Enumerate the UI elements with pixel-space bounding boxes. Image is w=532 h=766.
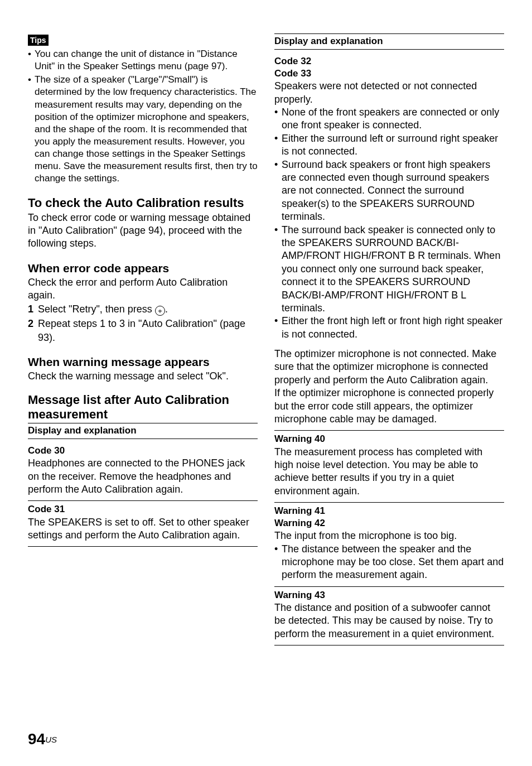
- steps-list: 1 Select "Retry", then press +. 2 Repeat…: [28, 302, 258, 344]
- code32-title: Code 32: [274, 55, 504, 68]
- warning43-title: Warning 43: [274, 589, 504, 601]
- warning41-42-cell: Warning 41 Warning 42 The input from the…: [274, 503, 504, 587]
- code31-body: The SPEAKERS is set to off. Set to other…: [28, 516, 258, 542]
- table-header: Display and explanation: [274, 33, 504, 50]
- right-column: Display and explanation Code 32 Code 33 …: [274, 33, 504, 645]
- code33-para1: The optimizer microphone is not connecte…: [274, 348, 504, 387]
- heading-message-list: Message list after Auto Calibration meas…: [28, 393, 258, 421]
- code32-33-cell: Code 32 Code 33 Speakers were not detect…: [274, 53, 504, 431]
- body-error-code: Check the error and perform Auto Calibra…: [28, 276, 258, 302]
- warning43-cell: Warning 43 The distance and position of …: [274, 587, 504, 645]
- page-number-value: 94: [28, 730, 45, 748]
- code31-title: Code 31: [28, 503, 258, 516]
- warning41-bulletlist: The distance between the speaker and the…: [274, 543, 504, 582]
- code30-body: Headphones are connected to the PHONES j…: [28, 457, 258, 496]
- tips-list: You can change the unit of distance in "…: [28, 48, 258, 185]
- body-check-results: To check error code or warning message o…: [28, 211, 258, 250]
- page-region: US: [45, 735, 57, 744]
- tips-badge: Tips: [28, 35, 49, 46]
- left-column: Tips You can change the unit of distance…: [28, 33, 258, 645]
- step-number: 1: [28, 302, 33, 316]
- code33-para2: If the optimizer microphone is connected…: [274, 387, 504, 426]
- bullet-item: Either the front high left or front high…: [274, 315, 504, 341]
- step-text-end: .: [165, 303, 168, 315]
- bullet-item: None of the front speakers are connected…: [274, 106, 504, 132]
- code31-cell: Code 31 The SPEAKERS is set to off. Set …: [28, 501, 258, 547]
- body-warning-msg: Check the warning message and select "Ok…: [28, 370, 258, 383]
- bullet-item: The surround back speaker is connected o…: [274, 224, 504, 315]
- page-number: 94US: [28, 729, 57, 749]
- tip-item: The size of a speaker ("Large"/"Small") …: [28, 74, 258, 185]
- warning40-body: The measurement process has completed wi…: [274, 446, 504, 498]
- plus-icon: +: [155, 306, 165, 316]
- table-header: Display and explanation: [28, 423, 258, 439]
- code32-intro: Speakers were not detected or not connec…: [274, 80, 504, 106]
- warning41-intro: The input from the microphone is too big…: [274, 529, 504, 542]
- step-text: Select "Retry", then press: [38, 303, 155, 315]
- code32-bulletlist: None of the front speakers are connected…: [274, 106, 504, 341]
- code33-title: Code 33: [274, 68, 504, 80]
- bullet-item: Surround back speakers or front high spe…: [274, 158, 504, 224]
- step-item: 1 Select "Retry", then press +.: [28, 302, 258, 316]
- bullet-item: The distance between the speaker and the…: [274, 543, 504, 582]
- two-column-layout: Tips You can change the unit of distance…: [28, 33, 504, 645]
- bullet-item: Either the surround left or surround rig…: [274, 132, 504, 158]
- code30-title: Code 30: [28, 445, 258, 457]
- warning40-cell: Warning 40 The measurement process has c…: [274, 431, 504, 503]
- step-item: 2 Repeat steps 1 to 3 in "Auto Calibrati…: [28, 317, 258, 344]
- warning42-title: Warning 42: [274, 517, 504, 529]
- warning41-title: Warning 41: [274, 505, 504, 517]
- heading-check-results: To check the Auto Calibration results: [28, 196, 258, 210]
- tip-item: You can change the unit of distance in "…: [28, 48, 258, 73]
- heading-warning-msg: When warning message appears: [28, 355, 258, 369]
- step-number: 2: [28, 317, 33, 330]
- warning40-title: Warning 40: [274, 433, 504, 445]
- heading-error-code: When error code appears: [28, 262, 258, 275]
- step-text: Repeat steps 1 to 3 in "Auto Calibration…: [38, 318, 245, 343]
- code30-cell: Code 30 Headphones are connected to the …: [28, 442, 258, 501]
- warning43-body: The distance and position of a subwoofer…: [274, 601, 504, 640]
